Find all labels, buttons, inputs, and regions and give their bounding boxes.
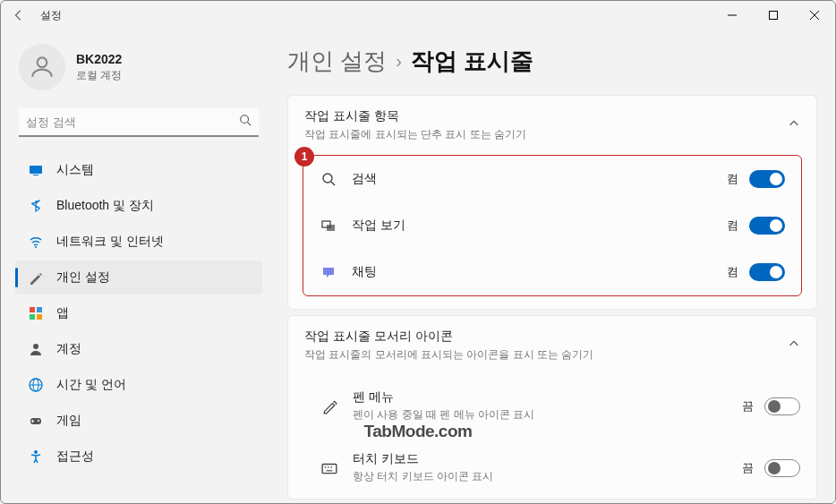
nav-item-time-language[interactable]: 시간 및 언어 bbox=[15, 368, 262, 402]
profile[interactable]: BK2022 로컬 계정 bbox=[15, 44, 262, 90]
toggle-taskview[interactable] bbox=[749, 217, 785, 235]
svg-rect-8 bbox=[33, 175, 38, 175]
svg-point-9 bbox=[35, 246, 37, 248]
toggle-state-text: 끔 bbox=[742, 460, 754, 476]
system-icon bbox=[28, 162, 44, 178]
accessibility-icon bbox=[28, 448, 44, 465]
toggle-state-text: 끔 bbox=[742, 398, 754, 414]
setting-label: 작업 보기 bbox=[352, 218, 405, 234]
avatar bbox=[19, 44, 65, 90]
corner-icons-card: 작업 표시줄 모서리 아이콘 작업 표시줄의 모서리에 표시되는 아이콘을 표시… bbox=[287, 315, 817, 500]
card-sub: 작업 표시줄에 표시되는 단추 표시 또는 숨기기 bbox=[304, 127, 526, 142]
setting-row-pen: 펜 메뉴 펜이 사용 중일 때 펜 메뉴 아이콘 표시 끔 bbox=[288, 375, 816, 437]
nav-label: 게임 bbox=[56, 413, 81, 429]
nav-label: 시스템 bbox=[56, 162, 94, 178]
setting-row-chat: 채팅 켬 bbox=[303, 249, 801, 295]
apps-icon bbox=[28, 305, 44, 321]
svg-rect-26 bbox=[327, 225, 335, 231]
touch-keyboard-icon bbox=[320, 459, 338, 477]
nav-label: 계정 bbox=[56, 341, 81, 357]
setting-row-taskview: 작업 보기 켬 bbox=[303, 202, 801, 249]
svg-point-29 bbox=[328, 466, 329, 468]
svg-rect-13 bbox=[37, 314, 42, 320]
nav-item-bluetooth[interactable]: Bluetooth 및 장치 bbox=[15, 189, 262, 223]
nav-item-personalization[interactable]: 개인 설정 bbox=[15, 261, 262, 295]
svg-rect-21 bbox=[31, 421, 34, 422]
nav-item-system[interactable]: 시스템 bbox=[15, 153, 262, 187]
nav-label: 네트워크 및 인터넷 bbox=[56, 234, 164, 250]
toggle-pen[interactable] bbox=[764, 397, 800, 415]
page-title: 작업 표시줄 bbox=[411, 46, 533, 77]
setting-desc: 항상 터치 키보드 아이콘 표시 bbox=[353, 469, 493, 484]
nav-label: 개인 설정 bbox=[56, 269, 110, 286]
bluetooth-icon bbox=[28, 198, 44, 214]
network-icon bbox=[28, 234, 44, 250]
window-controls bbox=[712, 1, 835, 30]
svg-rect-11 bbox=[37, 307, 42, 312]
nav-item-apps[interactable]: 앱 bbox=[15, 296, 262, 330]
nav-label: 앱 bbox=[56, 305, 69, 321]
setting-row-search: 검색 켬 bbox=[303, 156, 801, 202]
card-sub: 작업 표시줄의 모서리에 표시되는 아이콘을 표시 또는 숨기기 bbox=[304, 347, 593, 363]
chevron-up-icon bbox=[788, 337, 800, 354]
nav-item-network[interactable]: 네트워크 및 인터넷 bbox=[15, 225, 262, 259]
back-button[interactable] bbox=[8, 4, 30, 26]
nav-label: Bluetooth 및 장치 bbox=[56, 198, 154, 214]
card-header-corner[interactable]: 작업 표시줄 모서리 아이콘 작업 표시줄의 모서리에 표시되는 아이콘을 표시… bbox=[288, 316, 816, 375]
card-title: 작업 표시줄 모서리 아이콘 bbox=[304, 329, 593, 345]
close-button[interactable] bbox=[794, 1, 835, 30]
minimize-button[interactable] bbox=[712, 1, 753, 30]
svg-line-6 bbox=[248, 123, 252, 126]
svg-rect-31 bbox=[327, 470, 333, 471]
toggle-chat[interactable] bbox=[749, 263, 785, 281]
nav-list: 시스템 Bluetooth 및 장치 네트워크 및 인터넷 개인 설정 bbox=[15, 153, 262, 474]
time-language-icon bbox=[28, 377, 44, 393]
svg-point-30 bbox=[330, 466, 332, 468]
titlebar: 설정 bbox=[1, 1, 835, 30]
toggle-touch-keyboard[interactable] bbox=[764, 459, 800, 477]
svg-point-22 bbox=[34, 450, 38, 454]
svg-rect-1 bbox=[770, 12, 778, 20]
search-icon[interactable] bbox=[239, 114, 252, 130]
svg-rect-7 bbox=[30, 166, 42, 174]
setting-row-touch-keyboard: 터치 키보드 항상 터치 키보드 아이콘 표시 끔 bbox=[288, 437, 816, 499]
svg-rect-10 bbox=[30, 307, 35, 312]
svg-point-5 bbox=[241, 115, 249, 124]
toggle-state-text: 켬 bbox=[727, 264, 738, 280]
profile-sub: 로컬 계정 bbox=[76, 68, 122, 83]
search-box[interactable] bbox=[19, 108, 259, 137]
nav-label: 접근성 bbox=[56, 448, 94, 465]
svg-point-23 bbox=[323, 174, 332, 183]
svg-point-14 bbox=[33, 344, 38, 349]
chat-icon bbox=[320, 263, 337, 281]
chevron-right-icon: › bbox=[396, 51, 402, 72]
svg-line-24 bbox=[331, 182, 335, 185]
content: 개인 설정 › 작업 표시줄 작업 표시줄 항목 작업 표시줄에 표시되는 단추… bbox=[269, 30, 835, 503]
taskbar-items-card: 작업 표시줄 항목 작업 표시줄에 표시되는 단추 표시 또는 숨기기 1 검색 bbox=[287, 95, 817, 310]
svg-rect-27 bbox=[322, 464, 337, 473]
chevron-up-icon bbox=[788, 117, 800, 133]
svg-point-4 bbox=[38, 57, 47, 67]
annotation-badge: 1 bbox=[294, 147, 314, 167]
card-header-items[interactable]: 작업 표시줄 항목 작업 표시줄에 표시되는 단추 표시 또는 숨기기 bbox=[288, 96, 816, 155]
svg-point-28 bbox=[325, 466, 327, 468]
svg-point-19 bbox=[38, 420, 39, 422]
setting-label: 검색 bbox=[352, 171, 377, 187]
profile-name: BK2022 bbox=[76, 52, 122, 66]
search-input[interactable] bbox=[26, 115, 239, 129]
personalization-icon bbox=[28, 269, 44, 286]
toggle-state-text: 켬 bbox=[727, 171, 738, 187]
card-title: 작업 표시줄 항목 bbox=[304, 108, 526, 124]
breadcrumb-parent[interactable]: 개인 설정 bbox=[287, 46, 387, 77]
toggle-search[interactable] bbox=[749, 170, 785, 188]
nav-label: 시간 및 언어 bbox=[56, 377, 126, 393]
maximize-button[interactable] bbox=[753, 1, 794, 30]
setting-label: 펜 메뉴 bbox=[353, 389, 534, 406]
nav-item-gaming[interactable]: 게임 bbox=[15, 404, 262, 438]
accounts-icon bbox=[28, 341, 44, 357]
setting-desc: 펜이 사용 중일 때 펜 메뉴 아이콘 표시 bbox=[353, 407, 534, 423]
sidebar: BK2022 로컬 계정 시스템 Bluetooth 및 장 bbox=[1, 30, 269, 503]
nav-item-accessibility[interactable]: 접근성 bbox=[15, 440, 262, 474]
setting-label: 채팅 bbox=[352, 264, 377, 280]
nav-item-accounts[interactable]: 계정 bbox=[15, 332, 262, 366]
